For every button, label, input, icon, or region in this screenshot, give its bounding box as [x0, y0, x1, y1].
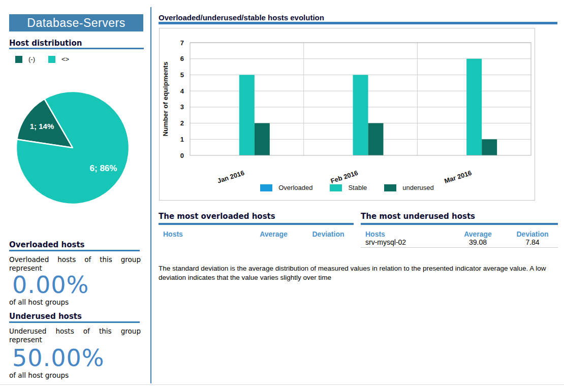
underused-table-heading: The most underused hosts: [361, 212, 558, 221]
y-tick-label: 0: [180, 152, 184, 159]
y-tick-label: 4: [180, 87, 184, 95]
underused-hosts-table: The most underused hosts Hosts Average D…: [361, 212, 558, 248]
column-header-hosts: Hosts: [361, 230, 449, 238]
bar-stable: [239, 75, 255, 155]
host-distribution-heading: Host distribution: [9, 39, 82, 48]
legend-swatch-icon: [15, 56, 22, 63]
underused-percent-value: 50.00%: [12, 346, 104, 370]
y-axis-title: Number of equipments: [162, 61, 169, 136]
pie-legend: (-)<>: [15, 55, 69, 63]
cell-host: srv-mysql-02: [361, 238, 449, 246]
host-distribution-pie: 1; 14%6; 86%: [14, 89, 131, 206]
group-title: Database-Servers: [27, 16, 125, 30]
bar-underused: [368, 123, 384, 155]
underused-hosts-rule: [9, 321, 140, 323]
underused-percent-caption: of all host groups: [9, 371, 69, 379]
legend-label: <>: [61, 55, 69, 63]
legend-swatch-icon: [384, 184, 396, 191]
legend-swatch-icon: [260, 184, 272, 191]
table-row: srv-mysql-0239.087.84: [361, 238, 558, 248]
column-header-deviation: Deviation: [303, 230, 354, 238]
column-header-average: Average: [449, 230, 507, 238]
overloaded-hosts-table: The most overloaded hosts Hosts Average …: [159, 212, 354, 238]
overloaded-hosts-description: Overloaded hosts of this group represent: [9, 255, 141, 273]
bar-legend-item: underused: [384, 184, 433, 191]
column-divider: [150, 7, 151, 383]
bar-underused: [255, 123, 270, 155]
bar-legend-item: Overloaded: [260, 184, 312, 191]
pie-legend-item: <>: [48, 55, 69, 63]
column-header-average: Average: [244, 230, 303, 238]
overloaded-percent-caption: of all host groups: [9, 298, 69, 306]
legend-swatch-icon: [48, 56, 55, 63]
legend-label: Overloaded: [278, 184, 312, 191]
deviation-note: The standard deviation is the average di…: [159, 264, 562, 282]
bar-chart-legend: OverloadedStableunderused: [160, 184, 535, 191]
cell-average: 39.08: [449, 238, 507, 246]
x-tick-label: Jan 2016: [216, 169, 245, 185]
overloaded-table-rule: [159, 223, 354, 225]
overloaded-table-header-row: Hosts Average Deviation: [159, 230, 354, 238]
pie-slice-label: 6; 86%: [90, 164, 117, 173]
bar-stable: [353, 75, 368, 155]
bar-stable: [466, 59, 482, 155]
x-tick-label: Feb 2016: [330, 169, 359, 185]
y-tick-label: 6: [180, 55, 184, 62]
group-title-bar: Database-Servers: [9, 14, 143, 31]
page-bottom-rule: [0, 384, 564, 385]
overloaded-table-heading: The most overloaded hosts: [159, 212, 354, 221]
x-tick-label: Mar 2016: [444, 169, 473, 185]
host-distribution-rule: [9, 48, 144, 49]
underused-table-header-row: Hosts Average Deviation: [361, 230, 558, 238]
pie-legend-item: (-): [15, 55, 35, 63]
legend-label: underused: [402, 184, 433, 191]
evolution-chart-title: Overloaded/underused/stable hosts evolut…: [159, 13, 324, 22]
evolution-chart-panel: 01234567Jan 2016Feb 2016Mar 2016Number o…: [159, 28, 535, 201]
cell-deviation: 7.84: [507, 238, 558, 246]
hosts-evolution-bar-chart: 01234567Jan 2016Feb 2016Mar 2016Number o…: [160, 28, 535, 200]
evolution-chart-rule: [159, 22, 557, 24]
column-header-hosts: Hosts: [159, 230, 244, 238]
bar-legend-item: Stable: [330, 184, 367, 191]
y-tick-label: 3: [180, 103, 184, 111]
y-tick-label: 5: [180, 71, 184, 79]
column-header-deviation: Deviation: [507, 230, 558, 238]
y-tick-label: 2: [180, 119, 184, 127]
underused-hosts-description: Underused hosts of this group represent: [9, 327, 141, 344]
underused-hosts-heading: Underused hosts: [9, 312, 82, 321]
y-tick-label: 7: [180, 39, 184, 47]
bar-underused: [482, 139, 497, 155]
pie-slice-label: 1; 14%: [30, 122, 54, 130]
underused-table-body: srv-mysql-0239.087.84: [361, 238, 558, 248]
legend-label: (-): [28, 55, 35, 63]
y-tick-label: 1: [180, 136, 184, 143]
legend-swatch-icon: [330, 184, 342, 191]
legend-label: Stable: [348, 184, 367, 191]
overloaded-hosts-heading: Overloaded hosts: [9, 240, 85, 249]
overloaded-percent-value: 0.00%: [12, 273, 89, 297]
overloaded-hosts-rule: [9, 250, 140, 251]
underused-table-rule: [361, 223, 558, 225]
